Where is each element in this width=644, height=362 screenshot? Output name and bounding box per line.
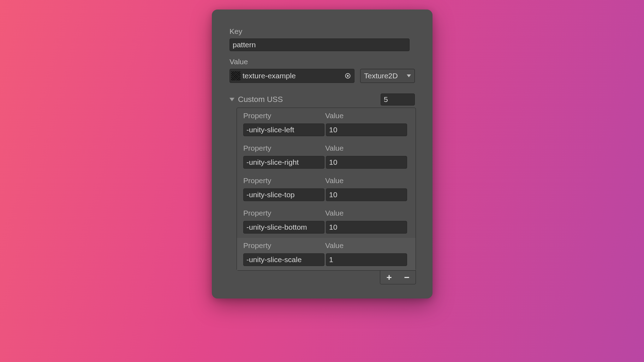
- list-item: PropertyValue: [237, 205, 416, 238]
- svg-point-1: [347, 75, 349, 77]
- custom-uss-count-input[interactable]: [381, 93, 415, 105]
- value-input[interactable]: [326, 156, 407, 169]
- property-input[interactable]: [243, 188, 324, 201]
- value-input[interactable]: [326, 188, 407, 201]
- property-input[interactable]: [243, 123, 324, 136]
- property-value-labels: PropertyValue: [243, 111, 409, 120]
- value-header-label: Value: [325, 111, 344, 120]
- property-header-label: Property: [243, 111, 325, 120]
- value-field-block: Value texture-example Texture2D: [229, 58, 415, 83]
- property-header-label: Property: [243, 144, 325, 152]
- property-value-inputs: [243, 221, 409, 234]
- remove-button[interactable]: −: [398, 271, 416, 284]
- value-header-label: Value: [325, 176, 344, 185]
- list-buttons: + −: [237, 270, 416, 284]
- type-dropdown[interactable]: Texture2D: [360, 69, 415, 83]
- value-header-label: Value: [325, 209, 344, 217]
- key-label: Key: [229, 27, 415, 36]
- property-value-inputs: [243, 253, 409, 266]
- list-item: PropertyValue: [237, 173, 416, 205]
- property-input[interactable]: [243, 221, 324, 234]
- custom-uss-title: Custom USS: [238, 95, 377, 104]
- property-value-inputs: [243, 156, 409, 169]
- custom-uss-list: PropertyValuePropertyValuePropertyValueP…: [237, 108, 416, 271]
- object-field[interactable]: texture-example: [229, 69, 354, 83]
- chevron-down-icon: [407, 74, 411, 77]
- list-item: PropertyValue: [237, 238, 416, 270]
- texture-thumbnail-icon: [231, 71, 240, 80]
- list-item: PropertyValue: [237, 140, 416, 173]
- property-value-inputs: [243, 123, 409, 136]
- value-header-label: Value: [325, 241, 344, 250]
- inspector-panel: Key Value texture-example Texture2D: [212, 10, 433, 298]
- foldout-toggle-icon[interactable]: [229, 98, 234, 101]
- custom-uss-header: Custom USS: [229, 93, 415, 105]
- add-remove-group: + −: [380, 270, 416, 284]
- value-input[interactable]: [326, 221, 407, 234]
- custom-uss-section: Custom USS PropertyValuePropertyValuePro…: [229, 93, 415, 284]
- property-value-labels: PropertyValue: [243, 241, 409, 250]
- property-value-labels: PropertyValue: [243, 176, 409, 185]
- value-row: texture-example Texture2D: [229, 69, 415, 83]
- property-input[interactable]: [243, 156, 324, 169]
- property-header-label: Property: [243, 241, 325, 250]
- property-input[interactable]: [243, 253, 324, 266]
- key-field-block: Key: [229, 27, 415, 51]
- list-item: PropertyValue: [237, 108, 416, 140]
- property-value-labels: PropertyValue: [243, 144, 409, 152]
- type-dropdown-label: Texture2D: [364, 72, 398, 80]
- object-picker-button[interactable]: [343, 71, 353, 81]
- value-label: Value: [229, 58, 415, 66]
- property-header-label: Property: [243, 176, 325, 185]
- key-input[interactable]: [229, 38, 410, 51]
- target-icon: [344, 72, 351, 79]
- property-header-label: Property: [243, 209, 325, 217]
- value-header-label: Value: [325, 144, 344, 152]
- object-name: texture-example: [243, 72, 343, 80]
- property-value-inputs: [243, 188, 409, 201]
- value-input[interactable]: [326, 253, 407, 266]
- property-value-labels: PropertyValue: [243, 209, 409, 217]
- add-button[interactable]: +: [380, 271, 398, 284]
- value-input[interactable]: [326, 123, 407, 136]
